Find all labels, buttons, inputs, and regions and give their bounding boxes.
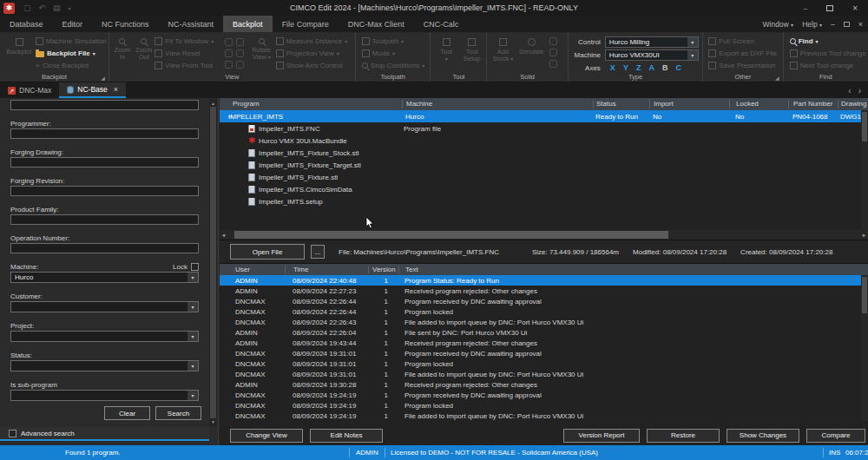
scrollbar-thumb[interactable] [210,107,216,418]
tab-file-compare[interactable]: File Compare [273,16,339,32]
tab-backplot[interactable]: Backplot [223,16,273,32]
toolpath-button[interactable]: Toolpath▾ [362,37,425,45]
machine-simulation-button[interactable]: Machine Simulation [36,37,107,45]
axis-z[interactable]: Z [636,63,641,72]
control-select[interactable]: Hurco Milling▾ [605,36,699,48]
change-view-button[interactable]: Change View [230,429,303,443]
log-row[interactable]: DNCMAX08/09/2024 22:26:431File added to … [220,317,868,327]
scrollbar-thumb[interactable] [862,277,867,313]
axis-x[interactable]: X [610,63,615,72]
save-icon[interactable]: ▢ [23,3,31,12]
collapse-icon[interactable]: − [220,113,228,121]
scroll-up-icon[interactable]: ▲ [209,101,217,106]
mode-button[interactable]: Mode▾ [362,49,425,57]
next-tool-change-button[interactable]: Next Tool change [790,62,866,69]
column-import[interactable]: Import [649,100,729,108]
log-row[interactable]: DNCMAX08/09/2024 19:24:191File added to … [220,411,868,421]
compare-button[interactable]: Compare [806,429,865,443]
tab-scroll-left-icon[interactable]: ‹ [848,86,851,95]
axis-b[interactable]: B [662,63,668,72]
scrollbar-thumb[interactable] [862,112,867,141]
search-button[interactable]: Search [155,406,201,420]
column-text[interactable]: Text [398,266,868,273]
forging-drawing-field[interactable] [10,157,199,168]
chevron-down-icon[interactable]: ▾ [69,5,71,11]
restore-button[interactable]: Restore [647,429,720,443]
tab-nc-assistant[interactable]: NC-Assistant [159,16,224,32]
tab-scroll-right-icon[interactable]: › [858,86,861,95]
chevron-down-icon[interactable]: ▾ [187,332,198,341]
tab-cnc-calc[interactable]: CNC-Calc [414,16,469,32]
close-button[interactable]: × [852,3,858,13]
advanced-search-checkbox[interactable] [9,430,16,437]
sub-program-select[interactable]: ▾ [10,390,199,401]
zoom-out-button[interactable]: Zoom Out [133,34,155,73]
lock-checkbox[interactable] [191,263,199,271]
print-icon[interactable]: ▤ [53,3,61,12]
projection-view-button[interactable]: Projection View▾ [276,49,353,57]
add-stock-button[interactable]: Add Stock ▾ [490,34,516,73]
log-row[interactable]: ADMIN08/09/2024 22:27:231Received progra… [220,286,868,296]
forging-revision-field[interactable] [10,186,199,196]
log-scrollbar[interactable] [861,275,868,421]
view-iso-icon[interactable] [225,38,233,46]
operation-number-field[interactable] [10,243,199,253]
help-menu[interactable]: Help ▾ [802,20,822,29]
chevron-down-icon[interactable]: ▾ [187,391,198,400]
log-row[interactable]: DNCMAX08/09/2024 19:31:011Program locked [220,358,868,369]
machine-select[interactable]: Hurco VMX30UI▾ [605,49,699,61]
save-presentation-button[interactable]: Save Presentation [708,62,777,69]
show-axis-control-button[interactable]: Show Axis Control [276,62,353,69]
axis-y[interactable]: Y [623,63,628,72]
view-bottom-icon[interactable] [236,61,244,69]
file-row[interactable]: Impeller_IMTS.FNC Program file [220,122,868,135]
file-row[interactable]: Impeller_IMTS_Fixture_Target.stl [220,159,868,171]
file-row[interactable]: ✱Hurco VMX 30Ui.MacBundle [220,135,868,147]
project-select[interactable]: ▾ [10,331,199,342]
backplot-button[interactable]: Backplot [3,34,36,73]
column-program[interactable]: Program [220,100,402,108]
log-row[interactable]: DNCMAX08/09/2024 19:24:191Program receiv… [220,390,868,400]
horizontal-scrollbar[interactable]: ◂ ▸ [220,230,868,240]
tool-button[interactable]: Tool▾ [433,34,459,73]
find-button[interactable]: Find▾ [790,37,866,45]
tab-database[interactable]: Database [0,16,53,32]
panel-scrollbar[interactable]: ▲ ▼ [209,99,217,426]
backplot-file-button[interactable]: Backplot File▾ [36,49,107,57]
chevron-down-icon[interactable]: ▾ [187,302,198,312]
solid-options-buttons[interactable] [547,34,561,73]
chevron-down-icon[interactable]: ▾ [187,361,198,371]
scrollbar-thumb[interactable] [234,231,668,239]
top-search-field[interactable] [10,100,199,110]
maximize-button[interactable] [826,5,833,11]
scroll-down-icon[interactable]: ▼ [209,419,217,424]
column-time[interactable]: Time [285,266,368,273]
minimize-button[interactable]: – [804,4,807,12]
solid-option-icon[interactable] [549,49,557,56]
log-row[interactable]: DNCMAX08/09/2024 22:26:441Program locked [220,306,868,317]
file-row[interactable]: Impeller_IMTS_Fixture.stl [220,171,868,183]
column-user[interactable]: User [220,266,285,273]
log-row[interactable]: DNCMAX08/09/2024 19:31:011File added to … [220,369,868,379]
tab-editor[interactable]: Editor [53,16,93,32]
file-row[interactable]: Impeller_IMTS_Fixture_Stock.stl [220,147,868,159]
view-front-icon[interactable] [225,49,233,57]
product-family-field[interactable] [10,214,199,225]
export-dxf-button[interactable]: Export as DXF File [708,49,777,57]
customer-select[interactable]: ▾ [10,301,199,312]
tool-setup-button[interactable]: Tool Setup [459,34,485,73]
view-side-icon[interactable] [236,49,244,57]
fit-to-window-button[interactable]: Fit To Window▾ [155,37,222,45]
chevron-down-icon[interactable]: ▾ [187,273,198,282]
log-row[interactable]: ADMIN08/09/2024 22:40:481Program Status:… [220,275,868,286]
zoom-in-button[interactable]: Zoom In [112,34,133,73]
log-row[interactable]: DNCMAX08/09/2024 22:26:441Program receiv… [220,296,868,306]
stop-conditions-button[interactable]: Stop Conditions▾ [362,62,425,69]
scroll-right-icon[interactable]: ▸ [860,232,868,239]
programmer-field[interactable] [10,128,199,139]
machine-filter-select[interactable]: Hurco▾ [10,272,199,283]
view-reset-button[interactable]: View Reset [155,49,222,57]
doc-minimize-button[interactable]: ‒ [831,20,835,29]
solid-option-icon[interactable] [549,60,557,68]
column-version[interactable]: Version [368,266,398,273]
